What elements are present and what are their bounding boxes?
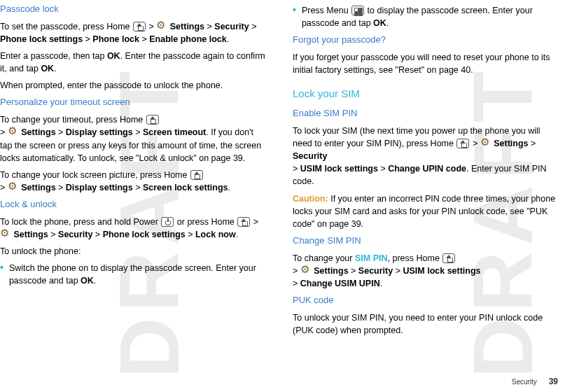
para-forgot: If you forget your passcode you will nee… bbox=[293, 51, 559, 76]
phone-lock-settings-label: Phone lock settings bbox=[0, 34, 83, 44]
text: Press Menu bbox=[302, 6, 349, 15]
para-change-sim-pin: To change your SIM PIN, press Home > Set… bbox=[293, 252, 559, 290]
settings-label: Settings bbox=[21, 183, 55, 192]
bullet-text: Switch the phone on to display the passc… bbox=[9, 262, 266, 287]
usim-lock-settings-label: USIM lock settings bbox=[403, 266, 480, 276]
left-column: Passcode lock To set the passcode, press… bbox=[0, 0, 266, 341]
para-change-lockscreen: To change your lock screen picture, pres… bbox=[0, 169, 266, 194]
para-unlock-phone: To unlock the phone: bbox=[0, 245, 266, 258]
usim-lock-settings-label: USIM lock settings bbox=[300, 164, 378, 174]
gear-icon bbox=[1, 230, 11, 239]
caution-label: Caution: bbox=[293, 194, 328, 204]
text: To change your lock screen picture, pres… bbox=[0, 170, 188, 180]
gear-icon bbox=[8, 183, 18, 192]
para-when-prompted: When prompted, enter the passcode to unl… bbox=[0, 79, 266, 92]
bullet-text: Press Menu to display the passcode scree… bbox=[302, 4, 559, 29]
home-icon bbox=[190, 170, 203, 180]
para-set-passcode: To set the passcode, press Home > Settin… bbox=[0, 20, 266, 46]
text: Enter a passcode, then tap bbox=[0, 51, 107, 61]
text: To change your timeout, press Home bbox=[0, 115, 143, 125]
settings-label: Settings bbox=[494, 139, 528, 148]
text: > bbox=[293, 266, 298, 276]
home-icon bbox=[237, 217, 250, 227]
right-column: • Press Menu to display the passcode scr… bbox=[293, 0, 559, 341]
change-upin-label: Change UPIN code bbox=[388, 164, 466, 174]
para-lock-phone: To lock the phone, press and hold Power … bbox=[0, 216, 266, 241]
settings-label: Settings bbox=[170, 22, 204, 31]
page-footer: Security 39 bbox=[512, 376, 558, 388]
text: To change your bbox=[293, 253, 355, 263]
bullet-icon: • bbox=[293, 4, 296, 29]
text: > bbox=[148, 22, 153, 31]
text: or press Home bbox=[177, 217, 235, 227]
text: > bbox=[0, 127, 5, 137]
settings-label: Settings bbox=[314, 266, 348, 276]
gear-icon bbox=[157, 22, 167, 31]
display-settings-label: Display settings bbox=[66, 127, 133, 137]
footer-section: Security bbox=[512, 378, 537, 386]
para-lock-sim: To lock your SIM (the next time you powe… bbox=[293, 125, 559, 188]
heading-puk-code: PUK code bbox=[293, 294, 559, 307]
settings-label: Settings bbox=[21, 127, 55, 137]
heading-passcode-lock: Passcode lock bbox=[0, 3, 266, 16]
text: To lock the phone, press and hold Power bbox=[0, 217, 158, 227]
text: , press Home bbox=[388, 253, 440, 263]
para-puk: To unlock your SIM PIN, you need to ente… bbox=[293, 312, 559, 337]
lock-now-label: Lock now bbox=[195, 230, 236, 239]
home-icon bbox=[442, 253, 455, 263]
phone-lock-settings-label: Phone lock settings bbox=[103, 230, 186, 239]
para-caution: Caution: If you enter an incorrect PIN c… bbox=[293, 192, 559, 230]
bullet-icon: • bbox=[0, 262, 4, 287]
footer-page-number: 39 bbox=[549, 377, 558, 386]
heading-lock-unlock: Lock & unlock bbox=[0, 198, 266, 211]
para-change-timeout: To change your timeout, press Home > Set… bbox=[0, 113, 266, 164]
security-label: Security bbox=[58, 230, 92, 239]
heading-lock-sim: Lock your SIM bbox=[293, 86, 559, 102]
gear-icon bbox=[8, 127, 18, 137]
screen-lock-settings-label: Screen lock settings bbox=[143, 183, 228, 192]
text: Switch the phone on to display the passc… bbox=[9, 263, 256, 286]
phone-lock-label: Phone lock bbox=[92, 34, 139, 44]
ok-label: OK bbox=[373, 18, 386, 28]
text: If you enter an incorrect PIN code three… bbox=[293, 194, 555, 229]
heading-change-sim-pin: Change SIM PIN bbox=[293, 234, 559, 248]
settings-label: Settings bbox=[13, 230, 48, 239]
ok-label: OK bbox=[107, 51, 120, 61]
list-item: • Switch the phone on to display the pas… bbox=[0, 262, 266, 287]
security-label: Security bbox=[214, 22, 249, 31]
security-label: Security bbox=[358, 266, 393, 276]
screen-timeout-label: Screen timeout bbox=[143, 127, 206, 137]
change-usim-upin-label: Change USIM UPIN bbox=[300, 279, 380, 288]
text: > bbox=[0, 183, 5, 192]
power-icon bbox=[161, 217, 174, 227]
security-label: Security bbox=[293, 151, 327, 161]
gear-icon bbox=[481, 139, 491, 148]
para-enter-passcode: Enter a passcode, then tap OK. Enter the… bbox=[0, 50, 266, 75]
ok-label: OK bbox=[41, 64, 54, 74]
list-item: • Press Menu to display the passcode scr… bbox=[293, 4, 559, 29]
menu-icon bbox=[351, 6, 364, 15]
heading-personalize-timeout: Personalize your timeout screen bbox=[0, 96, 266, 109]
text: > bbox=[253, 217, 258, 227]
gear-icon bbox=[301, 266, 311, 276]
home-icon bbox=[133, 22, 146, 31]
text: > bbox=[473, 139, 477, 148]
home-icon bbox=[146, 115, 159, 125]
sim-pin-link[interactable]: SIM PIN bbox=[355, 253, 388, 263]
heading-enable-sim-pin: Enable SIM PIN bbox=[293, 107, 559, 120]
enable-phone-lock-label: Enable phone lock bbox=[149, 34, 226, 44]
heading-forgot-passcode: Forgot your passcode? bbox=[293, 34, 559, 47]
ok-label: OK bbox=[81, 276, 94, 286]
text: To set the passcode, press Home bbox=[0, 22, 130, 31]
home-icon bbox=[456, 139, 469, 148]
display-settings-label: Display settings bbox=[66, 183, 133, 192]
